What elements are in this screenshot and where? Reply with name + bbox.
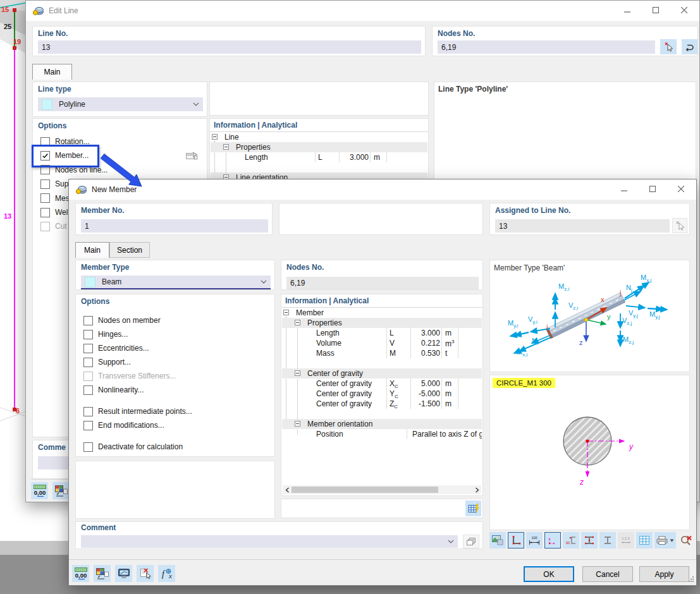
line-no-input[interactable]: 13 <box>38 40 421 54</box>
checkbox <box>83 372 93 381</box>
beam-label: y <box>607 313 611 320</box>
tree-row-member-orientation: Member orientation <box>282 419 482 429</box>
unit: m <box>445 379 451 388</box>
option-end-modifications[interactable]: End modifications... <box>83 420 272 431</box>
nodes-no-input[interactable]: 6,19 <box>438 40 655 54</box>
close-button[interactable] <box>666 180 695 198</box>
nodes-no-value: 6,19 <box>441 43 456 52</box>
print-button[interactable] <box>654 532 676 549</box>
tree-label: Length <box>316 329 340 337</box>
close-button[interactable] <box>670 1 698 19</box>
dimensions-button[interactable]: 100 <box>526 532 543 549</box>
node-number-label: 19 <box>13 38 21 45</box>
option-nodes-on-member[interactable]: Nodes on member <box>83 315 272 326</box>
function-button[interactable]: fx <box>158 565 175 582</box>
tab-main[interactable]: Main <box>32 64 72 80</box>
axes-button[interactable] <box>544 532 561 549</box>
option-eccentricities[interactable]: Eccentricities... <box>83 342 272 354</box>
checkbox[interactable] <box>83 421 93 430</box>
edit-line-titlebar[interactable]: Edit Line <box>26 1 699 21</box>
option-hinges[interactable]: Hinges... <box>83 329 272 340</box>
svg-text:f: f <box>162 569 166 579</box>
resize-grip[interactable] <box>688 575 694 584</box>
option-nonlinearity[interactable]: Nonlinearity... <box>83 384 272 396</box>
monitor-button[interactable] <box>115 565 132 582</box>
beam-labels: Mz,iVz,iVy,iMy,iNiMx,iijMx,jNjVy,jMy,jVz… <box>490 260 690 372</box>
scroll-right-button[interactable] <box>472 485 481 494</box>
tab-section[interactable]: Section <box>109 242 150 258</box>
comment-combo[interactable] <box>81 535 458 548</box>
select-nodes-button[interactable] <box>660 39 677 54</box>
checkbox[interactable] <box>83 407 93 416</box>
checkbox[interactable] <box>83 442 93 452</box>
column-divider <box>458 338 458 348</box>
zoom-reset-button[interactable] <box>678 532 694 549</box>
checkbox[interactable] <box>40 193 50 203</box>
collapse-toggle-icon[interactable] <box>295 370 300 376</box>
collapse-toggle-icon[interactable] <box>295 421 300 427</box>
scrollbar-thumb[interactable] <box>292 487 438 493</box>
checkbox[interactable] <box>83 316 93 325</box>
checkbox[interactable] <box>83 385 93 395</box>
horizontal-scrollbar[interactable] <box>283 485 481 494</box>
line-type-value: Polyline <box>59 100 85 109</box>
new-member-titlebar[interactable]: New Member <box>69 179 696 200</box>
render-button[interactable] <box>489 532 506 549</box>
comment-label: Comment <box>81 523 116 532</box>
copy-comment-button[interactable] <box>463 535 479 549</box>
svg-text:100: 100 <box>531 536 537 540</box>
minimize-button[interactable] <box>610 180 638 198</box>
apply-button[interactable]: Apply <box>639 566 689 582</box>
section-points-button[interactable] <box>581 532 598 549</box>
member-type-swatch <box>85 277 95 288</box>
node-number-label: 25 <box>4 23 11 30</box>
option-support[interactable]: Support... <box>83 356 272 368</box>
tab-main[interactable]: Main <box>75 242 109 258</box>
outline-points-button[interactable] <box>508 532 524 549</box>
display-settings-button[interactable] <box>52 482 70 499</box>
delete-selection-button[interactable] <box>137 565 154 582</box>
ok-button[interactable]: OK <box>524 566 574 582</box>
undo-button[interactable] <box>682 39 697 54</box>
line-type-combo[interactable]: Polyline <box>38 97 203 111</box>
maximize-button[interactable] <box>638 180 666 198</box>
member-no-input[interactable]: 1 <box>81 219 268 233</box>
checkbox[interactable] <box>83 330 93 339</box>
minimize-button[interactable] <box>613 1 641 19</box>
collapse-toggle-icon[interactable] <box>212 134 218 140</box>
beam-label: Nj <box>626 284 632 293</box>
checkbox[interactable] <box>40 179 50 189</box>
edit-in-table-button[interactable] <box>465 500 481 516</box>
ok-label: OK <box>543 570 554 579</box>
zoom-reset-icon <box>680 535 692 546</box>
function-icon: fx <box>159 567 175 580</box>
checkbox[interactable] <box>83 344 93 353</box>
maximize-button[interactable] <box>641 1 670 19</box>
decimal-places-button[interactable]: 0,00 <box>72 565 89 582</box>
dialog-toolbar: 0,00fx <box>72 565 199 582</box>
cancel-button[interactable]: Cancel <box>582 566 633 582</box>
annotation-highlight-rect <box>32 145 99 167</box>
stress-points-button[interactable]: sc <box>563 532 579 549</box>
checkbox-label: Nodes on member <box>98 316 161 325</box>
collapse-toggle-icon[interactable] <box>295 320 300 325</box>
beam-label: Mx,i <box>517 349 527 358</box>
column-divider <box>458 379 458 389</box>
assigned-line-label: Assigned to Line No. <box>495 206 570 215</box>
svg-text:x: x <box>168 571 172 579</box>
collapse-toggle-icon[interactable] <box>283 310 289 315</box>
option-deactivate-for-calculation[interactable]: Deactivate for calculation <box>83 441 272 452</box>
checkbox[interactable] <box>40 208 50 217</box>
display-settings-button[interactable] <box>94 565 111 582</box>
checkbox-label: End modifications... <box>98 421 164 430</box>
grid-button[interactable] <box>636 532 653 549</box>
member-type-combo[interactable]: Beam <box>81 276 271 289</box>
section-shape-button[interactable] <box>599 532 616 549</box>
checkbox[interactable] <box>83 358 93 367</box>
member-no-value: 1 <box>85 222 89 231</box>
scroll-left-button[interactable] <box>283 485 292 494</box>
collapse-toggle-icon[interactable] <box>223 144 229 150</box>
option-result-intermediate-points[interactable]: Result intermediate points... <box>83 406 272 417</box>
beam-label: z <box>579 339 583 346</box>
decimal-places-button[interactable]: 0,00 <box>31 482 48 499</box>
